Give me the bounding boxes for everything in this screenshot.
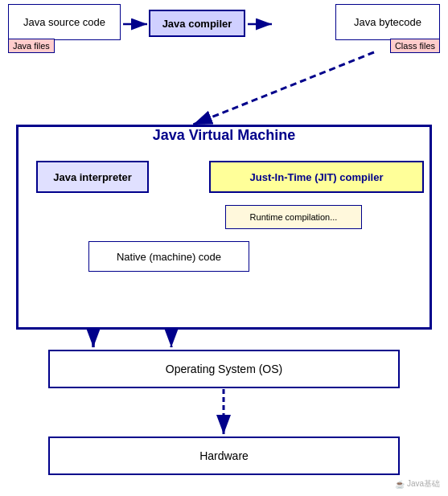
- os-box: Operating System (OS): [48, 350, 400, 388]
- jvm-title: Java Virtual Machine: [153, 127, 296, 144]
- native-code-label: Native (machine) code: [117, 251, 221, 263]
- class-files-tag: Class files: [390, 39, 440, 53]
- java-files-label: Java files: [13, 41, 50, 51]
- compiler-label: Java compiler: [162, 18, 232, 30]
- source-code-box: Java source code: [8, 4, 121, 40]
- os-label: Operating System (OS): [166, 363, 283, 375]
- jit-box: Just-In-Time (JIT) compiler: [209, 161, 424, 193]
- compiler-box: Java compiler: [149, 10, 245, 37]
- native-code-box: Native (machine) code: [88, 241, 249, 272]
- watermark-text: Java基础: [407, 478, 440, 490]
- interpreter-label: Java interpreter: [53, 171, 132, 183]
- source-code-label: Java source code: [23, 16, 105, 28]
- watermark-icon: ☕: [395, 480, 405, 489]
- jvm-box: [16, 125, 432, 330]
- runtime-box: Runtime compilation...: [225, 205, 362, 229]
- jit-label: Just-In-Time (JIT) compiler: [250, 171, 384, 183]
- interpreter-box: Java interpreter: [36, 161, 149, 193]
- bytecode-label: Java bytecode: [354, 16, 421, 28]
- java-files-tag: Java files: [8, 39, 55, 53]
- hardware-label: Hardware: [199, 449, 249, 462]
- bytecode-box: Java bytecode: [335, 4, 440, 40]
- svg-line-4: [193, 52, 374, 125]
- runtime-label: Runtime compilation...: [250, 212, 338, 222]
- hardware-box: Hardware: [48, 437, 400, 475]
- watermark: ☕ Java基础: [395, 478, 440, 490]
- class-files-label: Class files: [395, 41, 435, 51]
- diagram: Java source code Java files Java compile…: [0, 0, 448, 496]
